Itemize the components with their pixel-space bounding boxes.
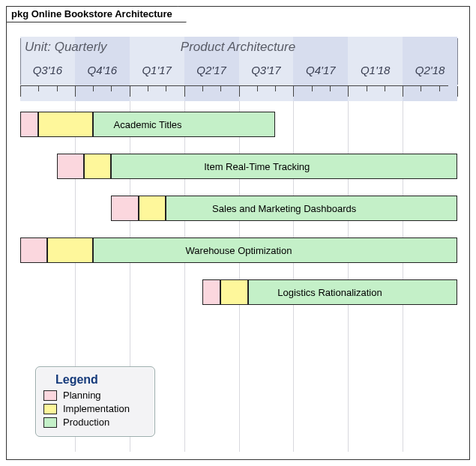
bar-production bbox=[166, 196, 457, 221]
legend-label-implementation: Implementation bbox=[63, 403, 130, 414]
gantt-row: Academic Titles bbox=[20, 112, 456, 137]
diagram-frame: pkg Online Bookstore Architecture Unit: … bbox=[6, 6, 470, 460]
gantt-row: Logistics Rationalization bbox=[20, 279, 456, 305]
quarter-label: Q1'17 bbox=[142, 64, 172, 76]
bar-production bbox=[248, 279, 457, 305]
bar-planning bbox=[20, 237, 47, 263]
timeline-band: Unit: Quarterly Product Architecture Q3'… bbox=[20, 37, 456, 101]
swatch-implementation bbox=[43, 404, 57, 414]
timeline-axis bbox=[20, 85, 448, 100]
quarter-label: Q3'17 bbox=[251, 64, 281, 76]
band-headers: Unit: Quarterly Product Architecture bbox=[20, 40, 456, 56]
unit-label: Unit: Quarterly bbox=[25, 40, 107, 55]
quarter-label: Q4'16 bbox=[88, 64, 118, 76]
bar-implementation bbox=[47, 237, 93, 263]
bar-production bbox=[111, 154, 457, 179]
gantt-row: Item Real-Time Tracking bbox=[20, 154, 456, 179]
legend-item-planning: Planning bbox=[43, 390, 144, 401]
bar-planning bbox=[111, 196, 138, 221]
bar-planning bbox=[57, 154, 84, 179]
bar-implementation bbox=[139, 196, 166, 221]
bar-implementation bbox=[220, 279, 247, 305]
gantt-row: Warehouse Optimization bbox=[20, 237, 456, 263]
legend-label-production: Production bbox=[63, 417, 109, 428]
legend-box: Legend Planning Implementation Productio… bbox=[35, 366, 155, 437]
bar-implementation bbox=[84, 154, 111, 179]
frame-title: pkg Online Bookstore Architecture bbox=[11, 8, 172, 19]
swatch-production bbox=[43, 417, 57, 428]
quarter-label: Q2'18 bbox=[415, 64, 445, 76]
chart-title: Product Architecture bbox=[181, 40, 295, 55]
quarter-labels: Q3'16Q4'16Q1'17Q2'17Q3'17Q4'17Q1'18Q2'18 bbox=[20, 64, 456, 80]
legend-label-planning: Planning bbox=[63, 390, 101, 401]
bar-planning bbox=[20, 112, 38, 137]
bar-implementation bbox=[38, 112, 93, 137]
frame-title-tab: pkg Online Bookstore Architecture bbox=[6, 6, 187, 22]
bar-planning bbox=[202, 279, 220, 305]
bar-production bbox=[93, 237, 457, 263]
gantt-row: Sales and Marketing Dashboards bbox=[20, 196, 456, 221]
bar-production bbox=[93, 112, 275, 137]
quarter-label: Q3'16 bbox=[33, 64, 63, 76]
legend-title: Legend bbox=[55, 373, 144, 387]
quarter-label: Q2'17 bbox=[196, 64, 226, 76]
quarter-label: Q4'17 bbox=[306, 64, 336, 76]
swatch-planning bbox=[43, 390, 57, 401]
chart-area: Unit: Quarterly Product Architecture Q3'… bbox=[20, 37, 456, 452]
quarter-label: Q1'18 bbox=[361, 64, 391, 76]
legend-item-implementation: Implementation bbox=[43, 403, 144, 414]
legend-item-production: Production bbox=[43, 417, 144, 428]
